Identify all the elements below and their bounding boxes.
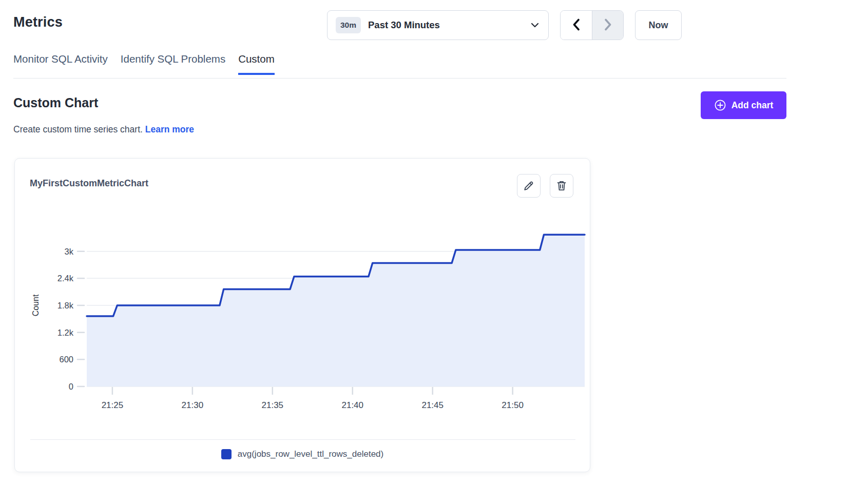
chart-title: MyFirstCustomMetricChart [30,178,148,189]
svg-text:3k: 3k [65,247,74,256]
time-controls: 30m Past 30 Minutes Now [327,10,682,40]
delete-chart-button[interactable] [550,174,573,198]
svg-text:21:40: 21:40 [341,400,363,410]
tab-monitor-sql-activity[interactable]: Monitor SQL Activity [13,53,108,75]
trash-icon [556,180,567,191]
time-pager [560,10,624,40]
chevron-down-icon [531,21,539,30]
svg-text:21:35: 21:35 [262,400,284,410]
add-chart-label: Add chart [732,100,774,111]
section-description-text: Create custom time series chart. [13,124,143,134]
tab-bar: Monitor SQL Activity Identify SQL Proble… [13,53,275,75]
chevron-right-icon [604,18,612,32]
now-button[interactable]: Now [635,10,682,40]
time-range-label: Past 30 Minutes [368,20,524,31]
svg-text:1.2k: 1.2k [57,328,74,337]
time-series-chart[interactable]: 06001.2k1.8k2.4k3k21:2521:3021:3521:4021… [15,159,591,473]
svg-text:600: 600 [59,355,73,364]
chart-card-actions [517,174,573,198]
tab-identify-sql-problems[interactable]: Identify SQL Problems [121,53,225,75]
chevron-left-icon [572,18,580,32]
edit-chart-button[interactable] [517,174,541,198]
svg-text:2.4k: 2.4k [57,274,74,283]
section-title: Custom Chart [13,95,98,110]
chart-card: MyFirstCustomMetricChart 06001.2k1.8k2.4… [14,158,590,472]
learn-more-link[interactable]: Learn more [145,124,194,134]
svg-text:Count: Count [31,294,40,316]
tab-bar-divider [13,78,786,79]
tab-custom[interactable]: Custom [238,53,275,75]
time-range-dropdown[interactable]: 30m Past 30 Minutes [327,10,549,40]
svg-text:21:45: 21:45 [421,400,444,410]
legend-label: avg(jobs_row_level_ttl_rows_deleted) [238,449,383,459]
svg-text:0: 0 [69,382,73,391]
page-title: Metrics [13,14,63,30]
time-range-badge: 30m [336,17,361,33]
time-forward-button[interactable] [592,11,623,40]
svg-text:21:30: 21:30 [182,400,204,410]
pencil-icon [523,180,534,191]
chart-legend: avg(jobs_row_level_ttl_rows_deleted) [15,449,590,459]
legend-swatch [221,449,232,459]
svg-text:21:50: 21:50 [502,400,524,410]
time-back-button[interactable] [561,11,592,40]
svg-text:21:25: 21:25 [102,400,124,410]
svg-text:1.8k: 1.8k [57,301,74,310]
section-description: Create custom time series chart. Learn m… [13,124,194,135]
plus-circle-icon [714,99,726,111]
add-chart-button[interactable]: Add chart [701,91,786,119]
